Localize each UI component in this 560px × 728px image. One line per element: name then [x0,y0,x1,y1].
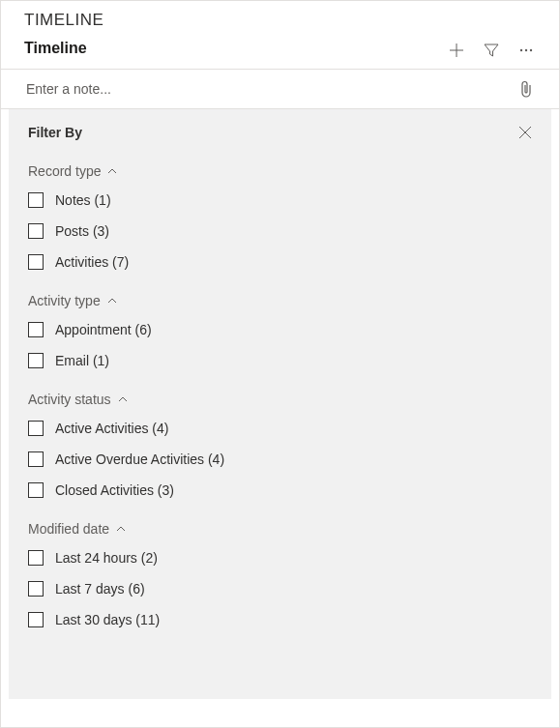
option-label: Email (1) [55,353,109,368]
group-header[interactable]: Record type [28,163,532,179]
option-label: Last 24 hours (2) [55,550,158,566]
checkbox[interactable] [28,482,44,498]
close-icon[interactable] [518,126,532,139]
group-options: Last 24 hours (2)Last 7 days (6)Last 30 … [28,550,532,627]
attachment-icon[interactable] [516,79,536,99]
filter-panel: Filter By Record typeNotes (1)Posts (3)A… [9,109,551,699]
option-label: Active Overdue Activities (4) [55,451,224,467]
option-label: Closed Activities (3) [55,482,174,498]
card-title: TIMELINE [1,1,559,36]
checkbox[interactable] [28,421,44,436]
option-label: Appointment (6) [55,322,152,337]
filter-option[interactable]: Last 7 days (6) [28,581,532,597]
filter-group: Activity statusActive Activities (4)Acti… [28,392,532,498]
checkbox[interactable] [28,254,44,270]
svg-point-5 [530,49,532,51]
filter-header-row: Filter By [28,125,532,140]
filter-group: Modified dateLast 24 hours (2)Last 7 day… [28,521,532,627]
filter-option[interactable]: Active Overdue Activities (4) [28,451,532,467]
filter-option[interactable]: Activities (7) [28,254,532,270]
subheader-row: Timeline [1,36,559,70]
checkbox[interactable] [28,550,44,566]
option-label: Activities (7) [55,254,129,270]
timeline-card: TIMELINE Timeline [0,0,560,728]
group-options: Notes (1)Posts (3)Activities (7) [28,192,532,270]
option-label: Last 7 days (6) [55,581,145,597]
group-header[interactable]: Activity status [28,392,532,407]
filter-group: Activity typeAppointment (6)Email (1) [28,293,532,368]
option-label: Notes (1) [55,192,111,208]
add-icon[interactable] [447,41,466,60]
filter-option[interactable]: Active Activities (4) [28,421,532,436]
filter-option[interactable]: Email (1) [28,353,532,368]
filter-option[interactable]: Notes (1) [28,192,532,208]
checkbox[interactable] [28,451,44,467]
checkbox[interactable] [28,581,44,597]
note-row [1,70,559,109]
filter-option[interactable]: Appointment (6) [28,322,532,337]
option-label: Posts (3) [55,223,109,239]
chevron-up-icon [106,295,118,306]
group-header[interactable]: Modified date [28,521,532,537]
checkbox[interactable] [28,322,44,337]
svg-point-3 [520,49,522,51]
checkbox[interactable] [28,612,44,627]
filter-option[interactable]: Last 24 hours (2) [28,550,532,566]
option-label: Active Activities (4) [55,421,168,436]
checkbox[interactable] [28,353,44,368]
group-header[interactable]: Activity type [28,293,532,308]
filter-option[interactable]: Posts (3) [28,223,532,239]
group-label: Activity type [28,293,101,308]
filter-icon[interactable] [482,41,501,60]
group-label: Activity status [28,392,111,407]
filter-option[interactable]: Closed Activities (3) [28,482,532,498]
checkbox[interactable] [28,223,44,239]
chevron-up-icon [117,393,129,405]
subheader-title: Timeline [24,36,87,65]
chevron-up-icon [106,165,118,177]
svg-point-4 [525,49,527,51]
group-label: Modified date [28,521,109,537]
group-label: Record type [28,163,101,179]
filter-title: Filter By [28,125,82,140]
filter-option[interactable]: Last 30 days (11) [28,612,532,627]
action-icons [447,41,536,60]
chevron-up-icon [115,523,127,535]
group-options: Active Activities (4)Active Overdue Acti… [28,421,532,498]
group-options: Appointment (6)Email (1) [28,322,532,368]
note-input[interactable] [24,80,516,98]
filter-group: Record typeNotes (1)Posts (3)Activities … [28,163,532,270]
more-icon[interactable] [516,41,536,60]
option-label: Last 30 days (11) [55,612,160,627]
svg-marker-2 [485,44,498,56]
checkbox[interactable] [28,192,44,208]
